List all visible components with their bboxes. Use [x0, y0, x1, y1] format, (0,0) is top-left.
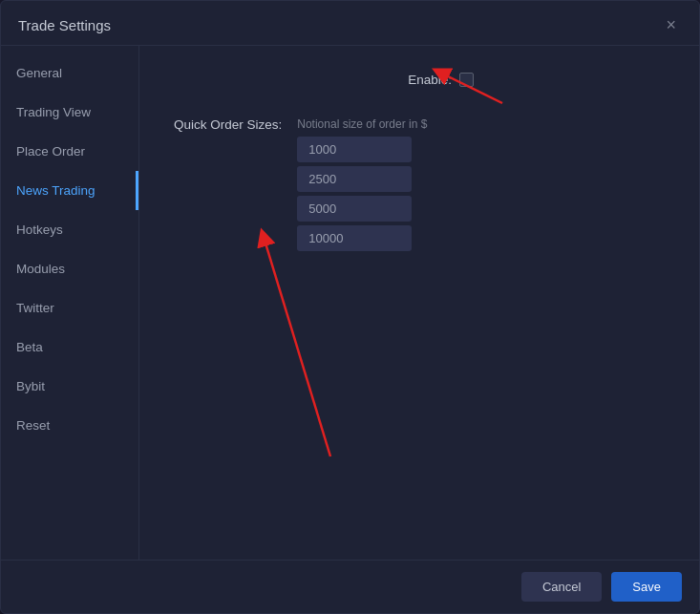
dialog-footer: Cancel Save — [1, 560, 699, 613]
hint-text: Notional size of order in $ — [297, 110, 427, 131]
enable-checkbox[interactable] — [459, 73, 474, 87]
enable-row: Enable: — [174, 73, 474, 87]
sidebar-item-bybit[interactable]: Bybit — [1, 367, 138, 406]
sidebar-item-general[interactable]: General — [1, 53, 138, 93]
sidebar-item-beta[interactable]: Beta — [1, 328, 138, 367]
order-sizes-column — [297, 137, 427, 251]
dialog-body: General Trading View Place Order News Tr… — [1, 46, 699, 560]
sidebar: General Trading View Place Order News Tr… — [1, 46, 139, 560]
sidebar-item-hotkeys[interactable]: Hotkeys — [1, 210, 138, 249]
sidebar-item-place-order[interactable]: Place Order — [1, 132, 138, 171]
sidebar-item-reset[interactable]: Reset — [1, 406, 138, 445]
sidebar-item-trading-view[interactable]: Trading View — [1, 93, 138, 132]
order-size-input-1[interactable] — [297, 137, 412, 162]
trade-settings-dialog: Trade Settings × General Trading View Pl… — [0, 0, 700, 614]
sidebar-item-news-trading[interactable]: News Trading — [1, 171, 138, 210]
save-button[interactable]: Save — [611, 572, 682, 602]
order-size-input-2[interactable] — [297, 166, 412, 192]
dialog-title: Trade Settings — [18, 17, 111, 33]
content-area: Enable: Quick Order Sizes: Notional size… — [139, 46, 699, 560]
sidebar-item-modules[interactable]: Modules — [1, 249, 138, 288]
svg-line-2 — [264, 237, 330, 456]
cancel-button[interactable]: Cancel — [521, 572, 602, 602]
close-button[interactable]: × — [660, 14, 682, 35]
sidebar-item-twitter[interactable]: Twitter — [1, 288, 138, 328]
order-size-input-3[interactable] — [297, 196, 412, 222]
enable-label: Enable: — [408, 73, 452, 87]
quick-order-row: Quick Order Sizes: Notional size of orde… — [174, 110, 665, 251]
quick-order-sizes-label: Quick Order Sizes: — [174, 110, 282, 132]
order-size-input-4[interactable] — [297, 225, 412, 251]
dialog-header: Trade Settings × — [1, 1, 699, 46]
